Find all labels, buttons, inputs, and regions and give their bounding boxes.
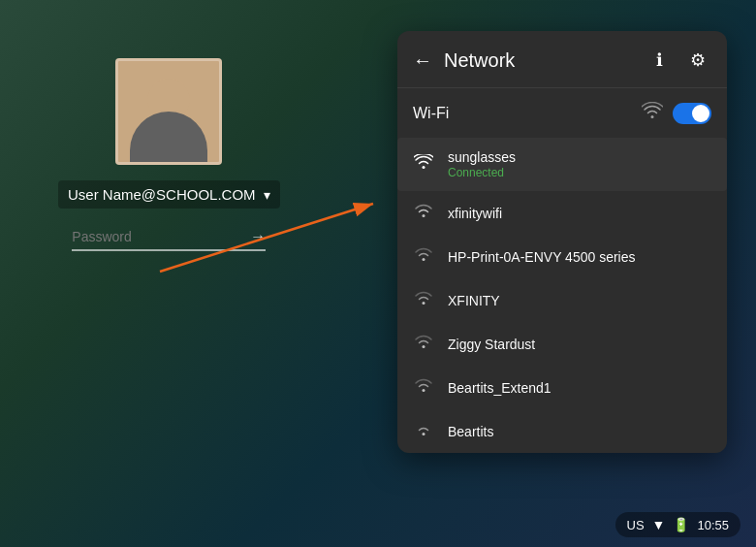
password-row: → (72, 224, 266, 251)
wifi-signal-icon (642, 102, 663, 124)
wifi-network-name: xfinitywifi (448, 206, 502, 221)
info-icon[interactable]: ℹ (646, 47, 673, 74)
wifi-network-icon (413, 246, 434, 267)
login-area: User Name@SCHOOL.COM ▾ → (58, 58, 280, 251)
wifi-network-name: sunglasses (448, 149, 516, 165)
wifi-network-info: sunglasses Connected (448, 149, 516, 179)
wifi-network-icon (413, 334, 434, 354)
username-row[interactable]: User Name@SCHOOL.COM ▾ (58, 180, 280, 209)
taskbar-region: US (627, 518, 645, 532)
panel-header: ← Network ℹ ⚙ (397, 31, 727, 88)
gear-icon[interactable]: ⚙ (684, 47, 711, 74)
toggle-knob (692, 105, 709, 122)
wifi-network-info: Ziggy Stardust (448, 337, 535, 352)
wifi-network-info: xfinitywifi (448, 206, 502, 221)
taskbar: US ▼ 🔋 10:55 (615, 512, 740, 537)
wifi-network-list: sunglasses Connected xfinitywifi (397, 138, 727, 453)
wifi-network-icon (413, 203, 434, 223)
wifi-network-item[interactable]: Beartits_Extend1 (397, 366, 727, 409)
submit-arrow-icon[interactable]: → (250, 228, 266, 245)
wifi-network-name: HP-Print-0A-ENVY 4500 series (448, 249, 635, 265)
wifi-network-name: Beartits (448, 424, 493, 439)
wifi-network-item[interactable]: HP-Print-0A-ENVY 4500 series (397, 235, 727, 278)
wifi-network-icon (413, 154, 434, 175)
taskbar-wifi-icon[interactable]: ▼ (652, 517, 666, 532)
wifi-controls (642, 102, 711, 124)
password-input[interactable] (72, 229, 250, 244)
header-icons: ℹ ⚙ (646, 47, 711, 74)
wifi-network-name: Beartits_Extend1 (448, 380, 551, 396)
avatar (115, 58, 222, 165)
wifi-network-item[interactable]: XFINITY (397, 278, 727, 322)
wifi-network-item[interactable]: xfinitywifi (397, 191, 727, 235)
wifi-network-info: HP-Print-0A-ENVY 4500 series (448, 249, 635, 265)
wifi-section-header: Wi-Fi (397, 88, 727, 138)
wifi-network-item[interactable]: sunglasses Connected (397, 138, 727, 191)
wifi-network-info: XFINITY (448, 293, 500, 308)
wifi-network-info: Beartits (448, 424, 493, 439)
wifi-network-icon (413, 377, 434, 398)
wifi-network-item[interactable]: Ziggy Stardust (397, 322, 727, 366)
wifi-network-icon (413, 290, 434, 310)
wifi-network-icon (413, 421, 434, 441)
wifi-connection-status: Connected (448, 166, 516, 179)
username-label: User Name@SCHOOL.COM (68, 186, 256, 203)
wifi-label: Wi-Fi (413, 105, 449, 122)
taskbar-clock: 10:55 (697, 518, 729, 532)
taskbar-battery-icon: 🔋 (673, 517, 689, 532)
network-panel: ← Network ℹ ⚙ Wi-Fi (397, 31, 727, 453)
back-button[interactable]: ← (413, 49, 432, 72)
wifi-network-name: XFINITY (448, 293, 500, 308)
wifi-toggle[interactable] (673, 103, 711, 124)
panel-title: Network (444, 49, 634, 72)
chevron-down-icon: ▾ (264, 187, 270, 203)
wifi-network-name: Ziggy Stardust (448, 337, 535, 352)
wifi-network-item[interactable]: Beartits (397, 409, 727, 453)
wifi-network-info: Beartits_Extend1 (448, 380, 551, 396)
